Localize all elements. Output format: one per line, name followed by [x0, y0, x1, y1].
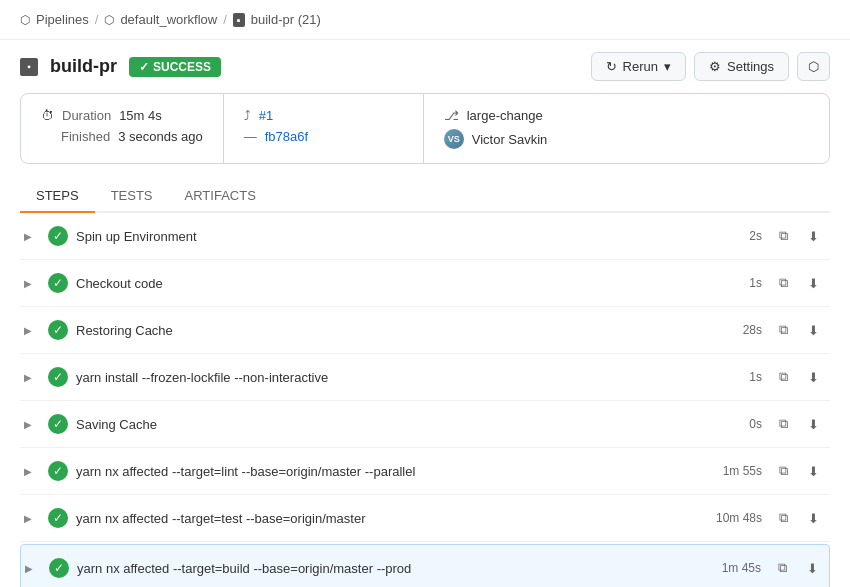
step-actions: ⧉ ⬇ — [770, 458, 826, 484]
step-download-button[interactable]: ⬇ — [800, 458, 826, 484]
step-status-icon: ✓ — [48, 367, 68, 387]
step-expand-icon[interactable]: ▶ — [24, 419, 40, 430]
step-download-button[interactable]: ⬇ — [800, 364, 826, 390]
step-expand-icon[interactable]: ▶ — [24, 325, 40, 336]
step-row: ▶ ✓ Restoring Cache 28s ⧉ ⬇ — [20, 307, 830, 354]
branch-row: ⎇ large-change — [444, 108, 604, 123]
step-external-link-button[interactable]: ⧉ — [770, 364, 796, 390]
step-actions: ⧉ ⬇ — [769, 555, 825, 581]
step-external-link-button[interactable]: ⧉ — [770, 505, 796, 531]
step-expand-icon[interactable]: ▶ — [24, 372, 40, 383]
step-duration: 28s — [702, 323, 762, 337]
step-expand-icon[interactable]: ▶ — [24, 466, 40, 477]
page-header: ▪ build-pr ✓ SUCCESS ↻ Rerun ▾ ⚙ Setting… — [0, 40, 850, 93]
author-row: VS Victor Savkin — [444, 129, 604, 149]
step-duration: 1m 55s — [702, 464, 762, 478]
share-button[interactable]: ⬡ — [797, 52, 830, 81]
step-name: Spin up Environment — [76, 229, 694, 244]
step-name: yarn nx affected --target=build --base=o… — [77, 561, 693, 576]
step-actions: ⧉ ⬇ — [770, 223, 826, 249]
step-expand-icon[interactable]: ▶ — [25, 563, 41, 574]
share-icon: ⬡ — [808, 59, 819, 74]
check-icon: ✓ — [139, 60, 149, 74]
step-duration: 10m 48s — [702, 511, 762, 525]
refresh-icon: ↻ — [606, 59, 617, 74]
step-name: yarn nx affected --target=lint --base=or… — [76, 464, 694, 479]
breadcrumb-build-label: build-pr (21) — [251, 12, 321, 27]
step-name: yarn install --frozen-lockfile --non-int… — [76, 370, 694, 385]
breadcrumb-sep-2: / — [223, 12, 227, 27]
step-download-button[interactable]: ⬇ — [799, 555, 825, 581]
step-expand-icon[interactable]: ▶ — [24, 278, 40, 289]
step-status-icon: ✓ — [49, 558, 69, 578]
page-header-left: ▪ build-pr ✓ SUCCESS — [20, 56, 221, 77]
breadcrumb-workflow-link[interactable]: default_workflow — [120, 12, 217, 27]
step-external-link-button[interactable]: ⧉ — [770, 270, 796, 296]
tabs: STEPS TESTS ARTIFACTS — [20, 180, 830, 213]
commit-link[interactable]: fb78a6f — [265, 129, 308, 144]
step-status-icon: ✓ — [48, 226, 68, 246]
step-status-icon: ✓ — [48, 273, 68, 293]
tab-steps[interactable]: STEPS — [20, 180, 95, 213]
commit-row: — fb78a6f — [244, 129, 403, 144]
step-external-link-button[interactable]: ⧉ — [770, 411, 796, 437]
pr-link[interactable]: #1 — [259, 108, 273, 123]
breadcrumb-pipelines-link[interactable]: Pipelines — [36, 12, 89, 27]
step-row: ▶ ✓ Saving Cache 0s ⧉ ⬇ — [20, 401, 830, 448]
settings-button[interactable]: ⚙ Settings — [694, 52, 789, 81]
step-row: ▶ ✓ Spin up Environment 2s ⧉ ⬇ — [20, 213, 830, 260]
step-row: ▶ ✓ yarn nx affected --target=lint --bas… — [20, 448, 830, 495]
step-actions: ⧉ ⬇ — [770, 317, 826, 343]
pr-row: ⤴ #1 — [244, 108, 403, 123]
step-status-icon: ✓ — [48, 461, 68, 481]
step-actions: ⧉ ⬇ — [770, 364, 826, 390]
steps-list: ▶ ✓ Spin up Environment 2s ⧉ ⬇ ▶ ✓ Check… — [20, 213, 830, 587]
step-download-button[interactable]: ⬇ — [800, 270, 826, 296]
chevron-down-icon: ▾ — [664, 59, 671, 74]
branch-icon: ⎇ — [444, 108, 459, 123]
step-row: ▶ ✓ yarn nx affected --target=build --ba… — [20, 544, 830, 587]
pr-section: ⤴ #1 — fb78a6f — [224, 94, 424, 163]
step-actions: ⧉ ⬇ — [770, 411, 826, 437]
gear-icon: ⚙ — [709, 59, 721, 74]
step-duration: 1m 45s — [701, 561, 761, 575]
step-external-link-button[interactable]: ⧉ — [769, 555, 795, 581]
tab-tests[interactable]: TESTS — [95, 180, 169, 213]
step-expand-icon[interactable]: ▶ — [24, 513, 40, 524]
duration-row: ⏱ Duration 15m 4s — [41, 108, 203, 123]
step-duration: 0s — [702, 417, 762, 431]
step-duration: 2s — [702, 229, 762, 243]
step-name: Checkout code — [76, 276, 694, 291]
step-status-icon: ✓ — [48, 414, 68, 434]
step-download-button[interactable]: ⬇ — [800, 223, 826, 249]
step-status-icon: ✓ — [48, 320, 68, 340]
pipeline-breadcrumb-icon: ⬡ — [20, 13, 30, 27]
step-name: Saving Cache — [76, 417, 694, 432]
clock-icon: ⏱ — [41, 108, 54, 123]
build-icon: ▪ — [20, 58, 38, 76]
step-external-link-button[interactable]: ⧉ — [770, 223, 796, 249]
step-row: ▶ ✓ yarn install --frozen-lockfile --non… — [20, 354, 830, 401]
duration-section: ⏱ Duration 15m 4s Finished 3 seconds ago — [21, 94, 224, 163]
rerun-button[interactable]: ↻ Rerun ▾ — [591, 52, 686, 81]
step-download-button[interactable]: ⬇ — [800, 505, 826, 531]
commit-icon: — — [244, 129, 257, 144]
step-external-link-button[interactable]: ⧉ — [770, 317, 796, 343]
step-external-link-button[interactable]: ⧉ — [770, 458, 796, 484]
step-actions: ⧉ ⬇ — [770, 505, 826, 531]
step-status-icon: ✓ — [48, 508, 68, 528]
tab-artifacts[interactable]: ARTIFACTS — [169, 180, 272, 213]
step-expand-icon[interactable]: ▶ — [24, 231, 40, 242]
step-download-button[interactable]: ⬇ — [800, 411, 826, 437]
workflow-breadcrumb-icon: ⬡ — [104, 13, 114, 27]
page-title: build-pr — [50, 56, 117, 77]
step-name: Restoring Cache — [76, 323, 694, 338]
author-section: ⎇ large-change VS Victor Savkin — [424, 94, 624, 163]
step-download-button[interactable]: ⬇ — [800, 317, 826, 343]
step-row: ▶ ✓ Checkout code 1s ⧉ ⬇ — [20, 260, 830, 307]
pr-icon: ⤴ — [244, 108, 251, 123]
info-card: ⏱ Duration 15m 4s Finished 3 seconds ago… — [20, 93, 830, 164]
status-badge: ✓ SUCCESS — [129, 57, 221, 77]
finished-row: Finished 3 seconds ago — [41, 129, 203, 144]
pipeline-icon-small: ▪ — [233, 13, 245, 27]
